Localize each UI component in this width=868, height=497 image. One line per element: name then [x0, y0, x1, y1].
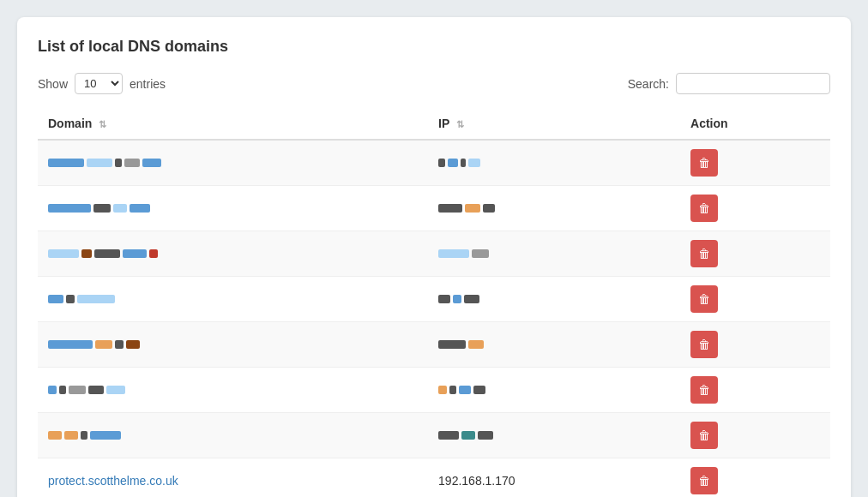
- show-label: Show: [38, 77, 68, 91]
- domain-cell: [38, 231, 428, 277]
- table-row: 🗑: [38, 413, 830, 458]
- table-row: 🗑: [38, 186, 830, 231]
- table-controls: Show 10 25 50 100 entries Search:: [38, 73, 830, 94]
- domain-cell: [38, 186, 428, 231]
- main-card: List of local DNS domains Show 10 25 50 …: [17, 17, 851, 497]
- domain-cell: [38, 368, 428, 413]
- table-header: Domain ⇅ IP ⇅ Action: [38, 108, 830, 140]
- domain-cell: protect.scotthelme.co.uk: [38, 458, 428, 498]
- sort-icon-domain[interactable]: ⇅: [99, 119, 106, 130]
- search-box: Search:: [628, 73, 830, 94]
- entries-label: entries: [130, 77, 166, 91]
- action-cell: 🗑: [680, 413, 830, 458]
- delete-button[interactable]: 🗑: [690, 195, 718, 222]
- column-header-ip: IP ⇅: [428, 108, 680, 140]
- table-row: 🗑: [38, 368, 830, 413]
- table-row: protect.scotthelme.co.uk 192.168.1.170 🗑: [38, 458, 830, 498]
- ip-cell: [428, 140, 680, 186]
- domain-cell: [38, 277, 428, 322]
- show-entries-control: Show 10 25 50 100 entries: [38, 73, 166, 94]
- ip-cell: 192.168.1.170: [428, 458, 680, 498]
- domain-cell: [38, 140, 428, 186]
- ip-cell: [428, 322, 680, 368]
- action-cell: 🗑: [680, 140, 830, 186]
- action-cell: 🗑: [680, 458, 830, 498]
- delete-button[interactable]: 🗑: [690, 240, 718, 267]
- table-row: 🗑: [38, 277, 830, 322]
- action-cell: 🗑: [680, 231, 830, 277]
- delete-button[interactable]: 🗑: [690, 285, 718, 313]
- table-row: 🗑: [38, 231, 830, 277]
- ip-cell: [428, 186, 680, 231]
- page-title: List of local DNS domains: [38, 38, 830, 56]
- sort-icon-ip[interactable]: ⇅: [456, 119, 464, 130]
- action-cell: 🗑: [680, 322, 830, 368]
- delete-button[interactable]: 🗑: [690, 331, 718, 358]
- entries-per-page-select[interactable]: 10 25 50 100: [75, 73, 123, 94]
- delete-button[interactable]: 🗑: [690, 467, 718, 494]
- ip-cell: [428, 368, 680, 413]
- delete-button[interactable]: 🗑: [690, 422, 718, 449]
- delete-button[interactable]: 🗑: [690, 376, 718, 404]
- table-row: 🗑: [38, 322, 830, 368]
- action-cell: 🗑: [680, 186, 830, 231]
- dns-domains-table: Domain ⇅ IP ⇅ Action: [38, 108, 830, 497]
- delete-button[interactable]: 🗑: [690, 149, 718, 177]
- domain-cell: [38, 413, 428, 458]
- search-label: Search:: [628, 77, 669, 91]
- search-input[interactable]: [676, 73, 830, 94]
- action-cell: 🗑: [680, 368, 830, 413]
- ip-cell: [428, 413, 680, 458]
- domain-cell: [38, 322, 428, 368]
- column-header-domain: Domain ⇅: [38, 108, 428, 140]
- table-row: 🗑: [38, 140, 830, 186]
- table-body: 🗑: [38, 140, 830, 497]
- column-header-action: Action: [680, 108, 830, 140]
- ip-cell: [428, 277, 680, 322]
- ip-cell: [428, 231, 680, 277]
- action-cell: 🗑: [680, 277, 830, 322]
